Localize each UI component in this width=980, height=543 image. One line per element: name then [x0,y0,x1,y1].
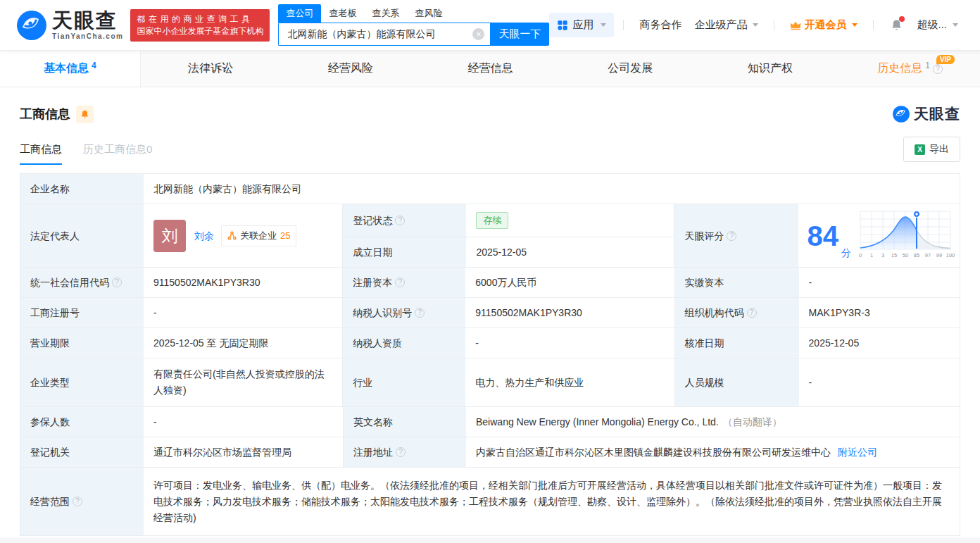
label-text: 英文名称 [353,415,393,429]
search-box: × 天眼一下 [278,23,549,46]
info-icon[interactable] [395,216,405,225]
divider [873,20,874,30]
tab-history-info-label: 历史信息 [877,61,922,76]
svg-text:50: 50 [903,252,908,258]
table-row: 登记机关 通辽市科尔沁区市场监督管理局 注册地址 内蒙古自治区通辽市科尔沁区木里… [20,437,960,468]
nav-open-member[interactable]: 开通会员 [790,18,857,32]
tab-legal[interactable]: 法律诉讼 [141,51,281,87]
export-button[interactable]: X 导出 [903,137,960,162]
subscribe-bell[interactable] [76,106,94,123]
table-subrow: 成立日期 2025-12-05 [343,237,674,267]
tab-intellectual-property-label: 知识产权 [748,61,793,76]
field-staff-scale-value: - [799,358,960,406]
notification-bell[interactable] [890,18,903,32]
header-nav: 应用 商务合作 企业级产品 开通会员 [549,13,965,37]
field-reg-capital-label: 注册资本 [342,268,465,297]
value-text: 北网新能（内蒙古）能源有限公司 [153,182,301,196]
chevron-down-icon [753,23,758,27]
vip-badge: VIP [936,55,955,64]
watermark-logo: 天眼查 [892,104,960,124]
table-row: 营业期限 2025-12-05 至 无固定期限 纳税人资质 - 核准日期 202… [20,328,960,358]
field-biz-term-value: 2025-12-05 至 无固定期限 [144,328,342,358]
promo-line1: 都在用的商业查询工具 [137,13,263,25]
label-text: 营业期限 [30,336,70,350]
chevron-down-icon [852,23,857,27]
subtab-business-info[interactable]: 工商信息 [20,143,62,165]
label-text: 登记机关 [30,445,70,459]
info-icon[interactable] [747,308,757,318]
logo-domain: TianYanCha.com [52,33,123,40]
logo-text: 天眼查 TianYanCha.com [52,11,123,40]
search-input[interactable] [278,23,490,46]
field-biz-scope-label: 经营范围 [20,468,144,535]
field-insured-num-label: 参保人数 [20,407,144,437]
info-icon[interactable] [415,308,425,318]
field-reg-no-label: 工商注册号 [20,298,144,327]
related-companies-badge[interactable]: 关联企业 25 [221,225,296,246]
info-icon[interactable] [73,497,82,506]
value-text: - [809,275,812,289]
field-company-type-value: 有限责任公司(非自然人投资或控股的法人独资) [144,358,342,406]
subtab-history-business-info[interactable]: 历史工商信息0 [83,143,152,165]
main-content: 工商信息 天眼查 工商信息 历史工 [0,104,980,536]
field-taxpayer-quality-value: - [465,328,674,358]
tianyancha-logo[interactable]: 天眼查 TianYanCha.com [15,9,123,42]
field-establish-date-label: 成立日期 [343,237,466,267]
label-text: 人员规模 [685,375,724,389]
value-text: - [153,415,157,429]
legal-rep-name-link[interactable]: 刘余 [194,229,214,243]
field-legal-rep-label: 法定代表人 [20,204,144,267]
subtab-history-count: 0 [146,143,152,155]
field-approve-date-value: 2025-12-05 [799,328,960,358]
table-subrow: 登记状态 存续 [343,204,674,237]
tab-history-info[interactable]: VIP 历史信息 1 [840,51,980,87]
label-text: 注册资本 [353,275,392,289]
info-icon[interactable] [396,447,406,457]
page: 天眼查 TianYanCha.com 都在用的商业查询工具 国家中小企业发展子基… [0,0,980,543]
tab-basic-info[interactable]: 基本信息 4 [0,51,141,87]
info-icon[interactable] [727,231,736,241]
divider [774,20,774,30]
label-text: 纳税人资质 [353,336,402,350]
chart-x-ticks: 0 1 3 15 50 85 97 99 100 [859,252,955,258]
tab-operating-info[interactable]: 经营信息 [420,51,560,87]
field-company-name-value: 北网新能（内蒙古）能源有限公司 [144,174,960,204]
nav-super-vip[interactable]: 超级... [917,18,958,32]
search-tabs: 查公司 查老板 查关系 查风险 [278,4,549,23]
tab-company-development[interactable]: 公司发展 [560,51,701,87]
field-org-code-label: 组织机构代码 [674,298,799,327]
apps-menu[interactable]: 应用 [549,13,614,37]
score-number: 84 [807,222,838,250]
curve-fill [860,217,917,249]
value-text: 2025-12-05 [476,245,527,259]
nearby-companies-link[interactable]: 附近公司 [838,445,877,459]
label-text: 登记状态 [353,213,392,227]
nav-enterprise-product[interactable]: 企业级产品 [694,18,758,32]
search-tab-boss[interactable]: 查老板 [321,4,364,23]
legal-rep-avatar[interactable]: 刘 [153,220,186,252]
svg-text:97: 97 [925,252,931,258]
value-text: 通辽市科尔沁区市场监督管理局 [153,445,291,459]
search-tab-company[interactable]: 查公司 [278,4,321,23]
label-text: 成立日期 [353,245,392,259]
tab-legal-label: 法律诉讼 [188,61,233,76]
field-staff-scale-label: 人员规模 [674,358,799,406]
tianyancha-logo-icon [892,105,910,123]
info-icon[interactable] [112,277,122,287]
site-header: 天眼查 TianYanCha.com 都在用的商业查询工具 国家中小企业发展子基… [0,0,980,51]
value-text: 6000万人民币 [475,275,536,289]
tab-operating-risk[interactable]: 经营风险 [280,51,420,87]
tab-intellectual-property[interactable]: 知识产权 [701,51,841,87]
info-icon[interactable] [395,277,405,287]
nav-biz-coop[interactable]: 商务合作 [639,18,681,32]
chevron-down-icon [601,23,606,27]
field-reg-no-value: - [144,298,342,327]
section-subtabs-row: 工商信息 历史工商信息0 X 导出 [20,137,960,165]
help-icon[interactable] [933,64,943,74]
field-approve-date-label: 核准日期 [674,328,799,358]
search-button[interactable]: 天眼一下 [490,23,549,46]
field-reg-status-label: 登记状态 [343,204,466,237]
promo-line2: 国家中小企业发展子基金旗下机构 [137,25,263,37]
search-tab-relation[interactable]: 查关系 [364,4,407,23]
search-tab-risk[interactable]: 查风险 [407,4,450,23]
